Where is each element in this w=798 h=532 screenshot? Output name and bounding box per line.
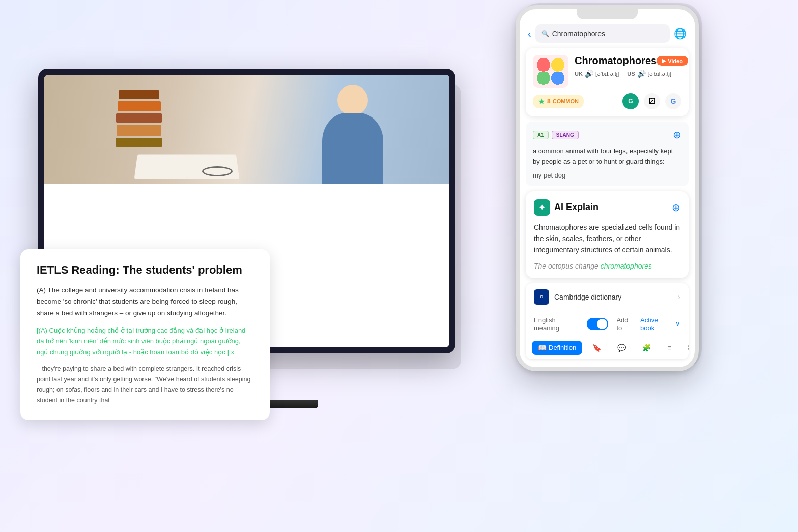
definition-example: my pet dog [533, 171, 681, 179]
ai-icon: ✦ [534, 199, 550, 216]
glasses [202, 166, 233, 176]
books-decoration [116, 90, 162, 147]
word-actions: ★ 8 COMMON G 🖼 G [533, 93, 681, 109]
chat-tab-icon: 💬 [617, 344, 626, 352]
active-book-label: Active book [640, 316, 673, 332]
cambridge-logo: C [534, 289, 549, 305]
article-card: IETLS Reading: The students' problem (A)… [20, 249, 270, 420]
phone-container: ‹ 🔍 Chromatophores 🌐 Chromatophores ▶ [516, 5, 699, 371]
us-pron-text: [ə'bɪl.ə.tj] [648, 71, 671, 77]
search-field[interactable]: 🔍 Chromatophores [535, 24, 670, 43]
person-silhouette [297, 75, 409, 184]
dictionary-header[interactable]: C Cambridge dictionary › [526, 283, 689, 311]
tab-bookmark[interactable]: 🔖 [586, 341, 607, 355]
active-book-button[interactable]: Active book ∨ [640, 316, 680, 332]
action-icons: G 🖼 G [622, 93, 681, 109]
active-book-chevron: ∨ [675, 320, 680, 328]
tab-definition[interactable]: 📖 Definition [532, 341, 582, 355]
video-icon: ▶ [662, 57, 666, 64]
common-badge: ★ 8 COMMON [533, 95, 584, 108]
us-pronunciation[interactable]: US 🔊 [ə'bɪl.ə.tj] [627, 70, 671, 78]
common-text: COMMON [553, 98, 579, 104]
search-text: Chromatophores [552, 29, 605, 38]
cambridge-name: Cambridge dictionary [554, 293, 621, 301]
us-label: US [627, 71, 635, 77]
tab-chat[interactable]: 💬 [611, 341, 632, 355]
back-arrow-icon[interactable]: ‹ [528, 28, 531, 40]
phone-notch [577, 9, 638, 19]
bookmark-tab-icon: 🔖 [592, 344, 601, 352]
slang-tag: SLANG [552, 131, 579, 139]
word-info: Chromatophores ▶ Video UK 🔊 [ə'bɪl.ə.tj] [575, 55, 688, 78]
google-icon-btn[interactable]: G [665, 93, 681, 109]
toggle-knob [597, 319, 607, 329]
word-header: Chromatophores ▶ Video UK 🔊 [ə'bɪl.ə.tj] [533, 55, 681, 88]
word-thumbnail [533, 55, 568, 88]
english-meaning-toggle[interactable] [587, 318, 609, 330]
word-title: Chromatophores [575, 55, 657, 67]
uk-label: UK [575, 71, 583, 77]
common-number: 8 [547, 98, 551, 105]
chevron-right-icon: › [678, 292, 680, 302]
dictionary-bar: C Cambridge dictionary › English meaning… [526, 283, 689, 359]
video-badge[interactable]: ▶ Video [657, 56, 688, 66]
ai-example-text: The octopus change chromatophores [534, 262, 680, 270]
search-icon: 🔍 [542, 30, 549, 37]
tab-list[interactable]: ≡ [661, 341, 677, 355]
uk-pronunciation[interactable]: UK 🔊 [ə'bɪl.ə.tj] [575, 70, 619, 78]
ai-add-btn[interactable]: ⊕ [672, 201, 680, 214]
english-meaning-label: English meaning [534, 316, 582, 332]
list-tab-icon: ≡ [667, 344, 671, 352]
ai-body-text: Chromatophores are specialized cells fou… [534, 222, 680, 256]
laptop-photo-area [44, 75, 449, 184]
pronunciation-row: UK 🔊 [ə'bɪl.ə.tj] US 🔊 [ə'bɪl.ə.tj] [575, 70, 688, 78]
definition-text: a common animal with four legs, especial… [533, 146, 681, 167]
uk-pron-text: [ə'bɪl.ə.tj] [595, 71, 619, 77]
dictionary-controls: English meaning Add to Active book ∨ [526, 311, 689, 337]
ai-title: AI Explain [554, 202, 598, 213]
article-title: IETLS Reading: The students' problem [37, 263, 253, 277]
ai-header: ✦ AI Explain ⊕ [534, 199, 680, 216]
definition-tab-label: Definition [549, 344, 576, 351]
globe-icon[interactable]: 🌐 [674, 27, 687, 40]
article-translation: [(A) Cuộc khủng hoảng chỗ ở tại trường c… [37, 325, 253, 358]
uk-speaker-icon: 🔊 [585, 70, 593, 78]
star-icon: ★ [538, 97, 545, 106]
word-card: Chromatophores ▶ Video UK 🔊 [ə'bɪl.ə.tj] [526, 48, 689, 116]
puzzle-tab-icon: 🧩 [642, 344, 651, 352]
dictionary-tabs: 📖 Definition 🔖 💬 🧩 ≡ S [526, 337, 689, 359]
ai-explain-card: ✦ AI Explain ⊕ Chromatophores are specia… [526, 191, 689, 278]
word-image-inner [533, 55, 568, 88]
video-label: Video [668, 58, 683, 64]
phone: ‹ 🔍 Chromatophores 🌐 Chromatophores ▶ [516, 5, 699, 371]
phone-search-bar: ‹ 🔍 Chromatophores 🌐 [520, 19, 695, 48]
dollar-tab-icon: S [688, 344, 689, 352]
image-icon-btn[interactable]: 🖼 [644, 93, 660, 109]
add-definition-btn[interactable]: ⊕ [673, 129, 681, 141]
tag-row: A1 SLANG ⊕ [533, 129, 681, 141]
a1-tag: A1 [533, 131, 549, 139]
cambridge-logo-text: C [540, 294, 543, 299]
chatgpt-icon-btn[interactable]: G [622, 93, 639, 109]
definition-card: A1 SLANG ⊕ a common animal with four leg… [526, 122, 689, 186]
article-bottom: – they're paying to share a bed with com… [37, 364, 253, 406]
ai-example-highlight: chromatophores [601, 262, 652, 270]
tab-puzzle[interactable]: 🧩 [636, 341, 657, 355]
tab-dollar[interactable]: S [681, 341, 689, 355]
us-speaker-icon: 🔊 [637, 70, 646, 78]
ai-example-prefix: The octopus change [534, 262, 598, 270]
definition-tab-icon: 📖 [538, 344, 547, 352]
article-paragraph: (A) The college and university accommoda… [37, 285, 253, 319]
add-to-text: Add to [616, 316, 635, 332]
